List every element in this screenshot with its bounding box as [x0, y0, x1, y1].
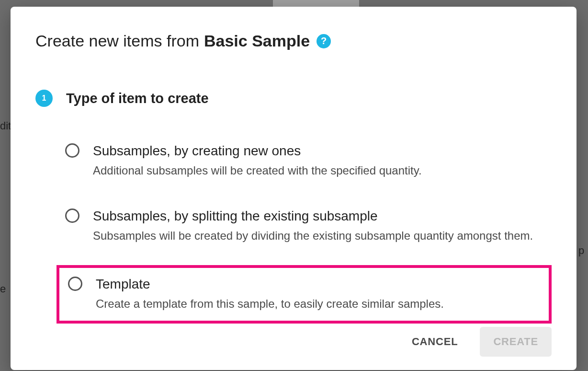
step-number-badge: 1 — [35, 90, 53, 107]
option-text: Subsamples, by creating new ones Additio… — [93, 142, 543, 179]
option-subsamples-split[interactable]: Subsamples, by splitting the existing su… — [57, 200, 552, 253]
step-label: Type of item to create — [66, 91, 209, 106]
radio-template[interactable] — [68, 277, 82, 291]
option-description: Additional subsamples will be created wi… — [93, 162, 543, 179]
help-icon[interactable]: ? — [317, 34, 331, 48]
step-header: 1 Type of item to create — [35, 90, 552, 107]
option-title: Subsamples, by creating new ones — [93, 142, 543, 160]
options-list: Subsamples, by creating new ones Additio… — [57, 135, 552, 324]
option-template[interactable]: Template Create a template from this sam… — [57, 265, 552, 324]
option-text: Subsamples, by splitting the existing su… — [93, 208, 543, 244]
option-title: Template — [96, 276, 540, 293]
option-subsamples-new[interactable]: Subsamples, by creating new ones Additio… — [57, 135, 552, 187]
dialog-footer: CANCEL CREATE — [35, 327, 552, 357]
radio-subsamples-split[interactable] — [65, 209, 79, 223]
dialog-title: Create new items from Basic Sample ? — [35, 32, 552, 50]
option-description: Subsamples will be created by dividing t… — [93, 228, 543, 244]
option-description: Create a template from this sample, to e… — [96, 296, 540, 312]
create-button[interactable]: CREATE — [480, 327, 552, 357]
option-text: Template Create a template from this sam… — [96, 276, 540, 312]
radio-subsamples-new[interactable] — [65, 143, 79, 158]
dialog-title-prefix: Create new items from — [35, 32, 199, 50]
create-items-dialog: Create new items from Basic Sample ? 1 T… — [11, 7, 577, 370]
cancel-button[interactable]: CANCEL — [406, 329, 464, 355]
option-title: Subsamples, by splitting the existing su… — [93, 208, 543, 225]
dialog-title-sample-name: Basic Sample — [204, 32, 310, 50]
